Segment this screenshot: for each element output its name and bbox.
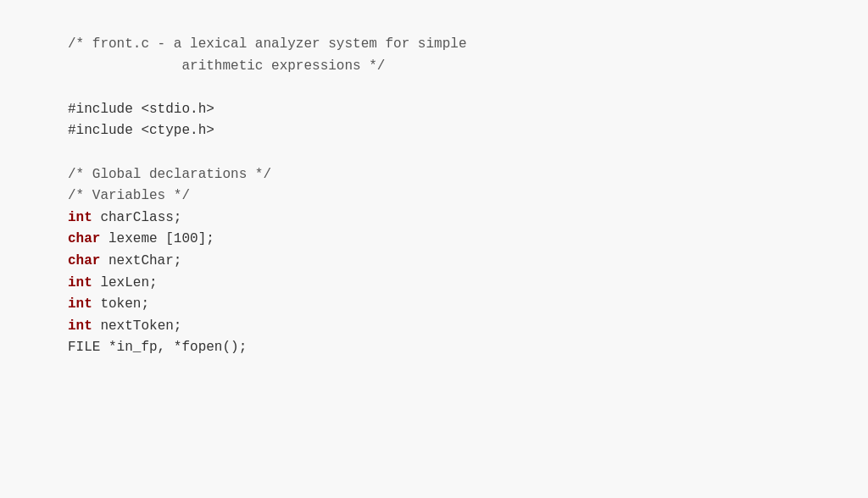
code-block: /* front.c - a lexical analyzer system f… bbox=[68, 34, 800, 359]
code-part-normal: lexeme [100]; bbox=[100, 231, 214, 246]
empty-line bbox=[68, 142, 800, 164]
code-line-normal: #include <stdio.h> bbox=[68, 99, 800, 121]
code-line-mixed: char lexeme [100]; bbox=[68, 229, 800, 251]
code-line-normal: FILE *in_fp, *fopen(); bbox=[68, 337, 800, 359]
code-part-keyword: char bbox=[68, 253, 100, 268]
code-part-keyword: int bbox=[68, 210, 92, 225]
code-line-mixed: int token; bbox=[68, 294, 800, 316]
code-line-comment: /* Variables */ bbox=[68, 185, 800, 208]
code-line-mixed: int charClass; bbox=[68, 208, 800, 230]
code-container: /* front.c - a lexical analyzer system f… bbox=[0, 0, 868, 498]
code-line-mixed: int nextToken; bbox=[68, 316, 800, 338]
code-part-keyword: int bbox=[68, 275, 92, 290]
code-line-mixed: int lexLen; bbox=[68, 273, 800, 295]
code-line-comment: arithmetic expressions */ bbox=[68, 56, 800, 78]
code-line-normal: #include <ctype.h> bbox=[68, 120, 800, 142]
code-line-comment: /* Global declarations */ bbox=[68, 164, 800, 186]
code-part-normal: lexLen; bbox=[92, 275, 158, 290]
code-part-normal: charClass; bbox=[92, 210, 182, 225]
code-line-comment: /* front.c - a lexical analyzer system f… bbox=[68, 34, 800, 56]
code-part-normal: nextToken; bbox=[92, 318, 182, 334]
empty-line bbox=[68, 77, 800, 99]
code-part-normal: token; bbox=[92, 296, 149, 312]
code-part-keyword: int bbox=[68, 318, 92, 334]
code-part-keyword: int bbox=[68, 296, 92, 312]
code-line-mixed: char nextChar; bbox=[68, 251, 800, 273]
code-part-normal: nextChar; bbox=[100, 253, 181, 268]
code-part-keyword: char bbox=[68, 231, 100, 246]
